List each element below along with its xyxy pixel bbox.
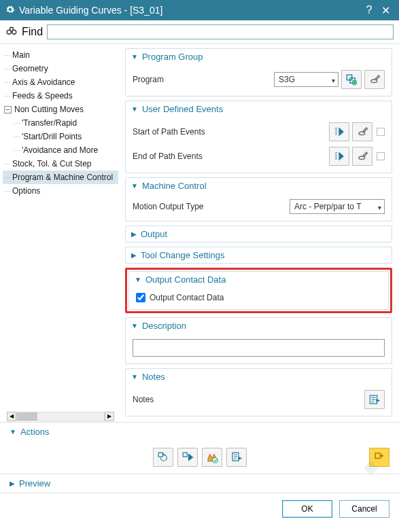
highlight-box: ▼Output Contact Data Output Contact Data	[125, 268, 392, 313]
svg-rect-10	[375, 453, 381, 459]
collapse-icon[interactable]: −	[4, 106, 12, 113]
dialog-footer: OK Cancel	[0, 493, 399, 525]
section-actions: ▼Actions	[0, 422, 399, 474]
notes-button[interactable]	[364, 390, 385, 409]
program-add-button[interactable]	[341, 70, 362, 89]
tree-item-feeds[interactable]: ⋯Feeds & Speeds	[3, 89, 118, 103]
start-events-label: Start of Path Events	[133, 127, 329, 137]
close-button[interactable]: ✕	[377, 4, 394, 17]
section-machine-control: ▼Machine Control Motion Output Type Arc …	[125, 177, 392, 221]
section-header[interactable]: ▼Notes	[126, 369, 392, 385]
start-events-check[interactable]	[377, 128, 385, 136]
caret-down-icon: ▼	[10, 428, 16, 436]
find-input[interactable]	[47, 24, 394, 39]
output-contact-row[interactable]: Output Contact Data	[136, 293, 381, 302]
svg-point-0	[7, 30, 11, 34]
section-header[interactable]: ▼Output Contact Data	[129, 272, 388, 287]
action-regenerate-button[interactable]	[153, 448, 173, 467]
program-label: Program	[133, 75, 274, 84]
section-header[interactable]: ▼User Defined Events	[126, 101, 392, 117]
title-bar: Variable Guiding Curves - [S3_01] ? ✕	[0, 0, 399, 20]
tree-item-transfer[interactable]: ⋯'Transfer/Rapid	[12, 116, 118, 130]
caret-down-icon: ▼	[131, 322, 138, 330]
find-bar: Find	[0, 20, 399, 44]
binoculars-icon	[5, 24, 18, 39]
tree-item-main[interactable]: ⋯Main	[3, 48, 118, 62]
caret-down-icon: ▼	[131, 105, 138, 113]
motion-output-select[interactable]: Arc - Perp/par to T	[290, 199, 385, 214]
tree-item-avoidance[interactable]: ⋯'Avoidance and More	[12, 143, 118, 157]
end-events-label: End of Path Events	[133, 152, 329, 161]
section-header[interactable]: ▼Machine Control	[126, 178, 392, 194]
caret-down-icon: ▼	[131, 373, 138, 380]
action-list-button[interactable]	[226, 448, 247, 467]
help-button[interactable]: ?	[361, 4, 377, 16]
find-label: Find	[22, 26, 43, 38]
tree-item-stock[interactable]: ⋯Stock, Tol. & Cut Step	[3, 157, 118, 171]
end-events-list-button[interactable]	[329, 147, 349, 166]
section-user-events: ▼User Defined Events Start of Path Event…	[125, 101, 392, 173]
section-preview: ▶Preview	[0, 474, 399, 493]
ok-button[interactable]: OK	[282, 500, 332, 518]
action-replay-button[interactable]	[177, 448, 198, 467]
nav-tree: ⋯Main ⋯Geometry ⋯Axis & Avoidance ⋯Feeds…	[0, 44, 121, 422]
notes-label: Notes	[133, 395, 364, 404]
caret-down-icon: ▼	[131, 53, 138, 60]
svg-rect-2	[347, 75, 352, 80]
svg-rect-6	[158, 453, 162, 457]
section-output: ▶Output	[125, 226, 392, 243]
svg-rect-7	[183, 453, 187, 457]
tree-item-axis[interactable]: ⋯Axis & Avoidance	[3, 75, 118, 89]
program-select[interactable]: S3G	[274, 72, 339, 87]
section-header[interactable]: ▼Description	[126, 318, 392, 334]
end-events-check[interactable]	[377, 152, 385, 160]
output-contact-label: Output Contact Data	[150, 293, 224, 302]
caret-right-icon: ▶	[131, 230, 137, 238]
action-show-result-button[interactable]	[369, 448, 389, 467]
section-header[interactable]: ▶Preview	[0, 474, 399, 493]
description-input[interactable]	[133, 339, 385, 357]
section-tool-change: ▶Tool Change Settings	[125, 247, 392, 264]
gear-icon	[5, 5, 15, 16]
tree-item-options[interactable]: ⋯Options	[3, 184, 118, 198]
program-edit-button[interactable]	[364, 70, 385, 89]
section-header[interactable]: ▼Actions	[0, 423, 399, 441]
section-program-group: ▼Program Group Program S3G	[125, 48, 392, 96]
action-verify-button[interactable]	[202, 448, 222, 467]
caret-right-icon: ▶	[131, 251, 137, 259]
window-title: Variable Guiding Curves - [S3_01]	[19, 5, 361, 16]
start-events-list-button[interactable]	[329, 122, 349, 141]
start-events-edit-button[interactable]	[352, 122, 372, 141]
svg-point-1	[12, 30, 16, 34]
tree-item-noncutting[interactable]: −Non Cutting Moves	[3, 103, 118, 116]
properties-panel: ▼Program Group Program S3G	[121, 44, 399, 422]
caret-down-icon: ▼	[131, 182, 138, 190]
scroll-left-icon[interactable]: ◀	[7, 412, 16, 421]
tree-hscroll[interactable]: ◀ ▶	[7, 411, 114, 422]
section-header[interactable]: ▶Output	[126, 226, 392, 242]
motion-output-label: Motion Output Type	[133, 202, 290, 211]
section-output-contact: ▼Output Contact Data Output Contact Data	[128, 271, 389, 310]
caret-down-icon: ▼	[135, 276, 141, 283]
tree-item-program-machine[interactable]: ⋯Program & Machine Control	[3, 171, 118, 184]
section-header[interactable]: ▼Program Group	[126, 49, 392, 65]
end-events-edit-button[interactable]	[352, 147, 372, 166]
section-header[interactable]: ▶Tool Change Settings	[126, 247, 392, 263]
output-contact-checkbox[interactable]	[136, 293, 145, 302]
svg-point-8	[212, 458, 218, 463]
cancel-button[interactable]: Cancel	[339, 500, 389, 518]
tree-item-geometry[interactable]: ⋯Geometry	[3, 62, 118, 75]
tree-item-startdrill[interactable]: ⋯'Start/Drill Points	[12, 130, 118, 143]
caret-right-icon: ▶	[10, 480, 15, 487]
section-notes: ▼Notes Notes	[125, 368, 392, 416]
scroll-right-icon[interactable]: ▶	[105, 412, 114, 421]
section-description: ▼Description	[125, 317, 392, 364]
